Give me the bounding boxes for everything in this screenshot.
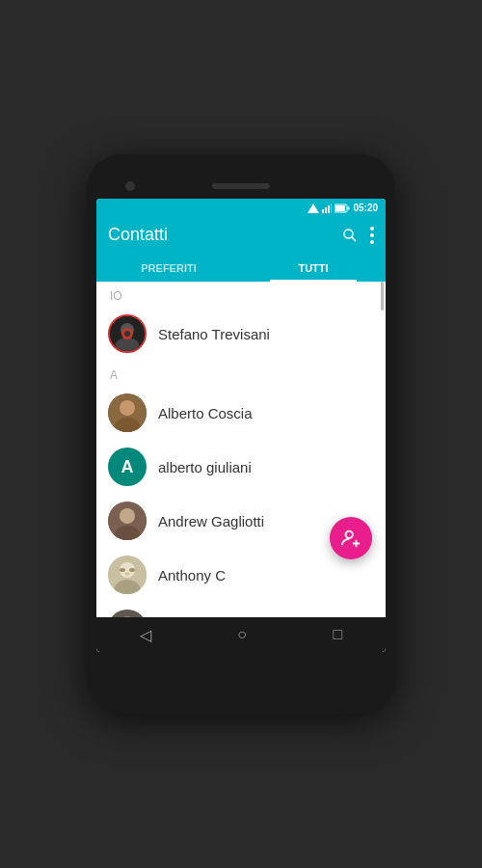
svg-point-30 [108, 610, 147, 617]
avatar-photo-stefano [110, 316, 145, 351]
svg-point-29 [125, 573, 129, 576]
scrollbar[interactable] [381, 282, 384, 311]
search-button[interactable] [341, 227, 359, 244]
app-bar: Contatti [96, 217, 386, 253]
contact-name-alberto-g: alberto giuliani [158, 459, 252, 475]
speaker [212, 183, 270, 189]
avatar-photo-alberto-c [108, 393, 147, 432]
avatar-photo-antonio [108, 610, 147, 617]
contact-list: IO Stefano Trevisani [96, 282, 386, 617]
avatar-photo-andrew [108, 502, 147, 540]
contact-item-stefano[interactable]: Stefano Trevisani [96, 307, 386, 361]
phone-screen: 05:20 Contatti [96, 199, 386, 652]
home-button[interactable]: ○ [237, 626, 247, 643]
avatar-andrew [108, 502, 147, 540]
svg-point-27 [120, 568, 125, 572]
contact-name-anthony: Anthony C [158, 567, 226, 583]
svg-point-19 [120, 400, 135, 416]
recents-button[interactable]: □ [334, 626, 343, 643]
status-bar: 05:20 [96, 199, 386, 217]
section-a: A [96, 361, 386, 386]
status-icons: 05:20 [308, 203, 378, 213]
contact-list-inner: IO Stefano Trevisani [96, 282, 386, 617]
app-title: Contatti [108, 225, 168, 245]
add-person-icon [340, 528, 362, 549]
section-io: IO [96, 282, 386, 307]
svg-rect-2 [325, 207, 327, 213]
avatar-photo-anthony [108, 556, 147, 594]
battery-icon [335, 203, 350, 213]
bottom-nav: ◁ ○ □ [96, 617, 386, 652]
avatar-stefano [108, 314, 147, 353]
contact-item-alberto-c[interactable]: Alberto Coscia [96, 386, 386, 440]
add-contact-fab[interactable] [330, 517, 372, 559]
more-icon [370, 227, 374, 244]
phone-shell: 05:20 Contatti [87, 154, 395, 714]
svg-point-39 [346, 531, 353, 538]
network-icon [322, 203, 332, 213]
contact-item-alberto-g[interactable]: A alberto giuliani [96, 440, 386, 494]
signal-icon [308, 203, 319, 213]
svg-point-22 [120, 508, 135, 524]
avatar-alberto-g: A [108, 448, 147, 486]
svg-rect-3 [328, 205, 330, 213]
tab-preferiti[interactable]: PREFERITI [96, 253, 241, 282]
tab-tutti[interactable]: TUTTI [241, 253, 386, 282]
svg-point-17 [124, 331, 130, 337]
svg-line-9 [352, 236, 356, 240]
phone-top [96, 181, 386, 199]
svg-rect-4 [331, 203, 332, 213]
contact-name-andrew: Andrew Gagliotti [158, 513, 264, 529]
contact-name-alberto-c: Alberto Coscia [158, 405, 253, 421]
svg-point-10 [370, 227, 374, 231]
more-options-button[interactable] [370, 227, 374, 244]
svg-point-28 [129, 568, 135, 572]
avatar-antonio [108, 610, 147, 617]
avatar-anthony [108, 556, 147, 594]
svg-rect-1 [322, 209, 324, 213]
svg-marker-0 [308, 203, 319, 213]
search-icon [341, 227, 359, 244]
svg-rect-6 [348, 206, 350, 209]
svg-point-8 [344, 230, 353, 238]
avatar-alberto-c [108, 393, 147, 432]
tabs: PREFERITI TUTTI [96, 253, 386, 282]
contact-name-stefano: Stefano Trevisani [158, 326, 270, 342]
time-display: 05:20 [353, 203, 378, 213]
contact-item-antonio[interactable]: Antonio Andre [96, 602, 386, 617]
app-bar-actions [341, 227, 374, 244]
svg-point-12 [370, 240, 374, 244]
front-camera [125, 181, 135, 191]
svg-point-11 [370, 233, 374, 237]
svg-rect-7 [335, 205, 345, 211]
back-button[interactable]: ◁ [140, 626, 151, 644]
